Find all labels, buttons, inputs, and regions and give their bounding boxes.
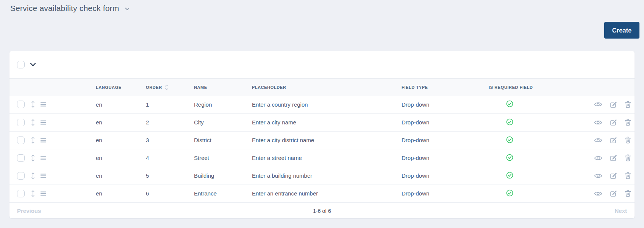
table-row: en 4 Street Enter a street name Drop-dow… xyxy=(9,149,635,167)
table-row: en 5 Building Enter a building number Dr… xyxy=(9,167,635,185)
delete-icon[interactable] xyxy=(625,190,631,197)
cell-placeholder: Enter a country region xyxy=(252,96,402,113)
drag-handle-icon[interactable] xyxy=(40,173,47,178)
fields-table: LANGUAGE ORDER NAME PLACEHOLDER FIELD TY… xyxy=(9,79,635,203)
cell-is-required xyxy=(489,149,547,167)
cell-field-type: Drop-down xyxy=(402,185,489,202)
required-check-icon xyxy=(506,118,513,126)
view-icon[interactable] xyxy=(594,137,602,143)
edit-icon[interactable] xyxy=(610,154,617,161)
cell-order: 4 xyxy=(146,149,194,167)
table-row: en 3 District Enter a city district name… xyxy=(9,131,635,149)
cell-language: en xyxy=(96,113,146,131)
move-icon[interactable] xyxy=(31,136,35,144)
table-row: en 6 Entrance Enter an entrance number D… xyxy=(9,185,635,202)
cell-name: District xyxy=(194,131,252,149)
required-check-icon xyxy=(506,100,513,107)
view-icon[interactable] xyxy=(594,173,602,179)
cell-field-type: Drop-down xyxy=(402,113,489,131)
move-icon[interactable] xyxy=(31,154,35,162)
cell-is-required xyxy=(489,131,547,149)
table-body: en 1 Region Enter a country region Drop-… xyxy=(9,96,635,202)
edit-icon[interactable] xyxy=(610,190,617,197)
table-header-row: LANGUAGE ORDER NAME PLACEHOLDER FIELD TY… xyxy=(9,79,635,96)
delete-icon[interactable] xyxy=(625,136,631,144)
row-checkbox[interactable] xyxy=(17,190,25,197)
table-row: en 1 Region Enter a country region Drop-… xyxy=(9,96,635,113)
column-header-order[interactable]: ORDER xyxy=(146,79,194,96)
cell-order: 5 xyxy=(146,167,194,185)
page: Service availability check form Create L… xyxy=(0,0,644,228)
row-checkbox[interactable] xyxy=(17,119,25,126)
column-header-field-type: FIELD TYPE xyxy=(402,79,489,96)
view-icon[interactable] xyxy=(594,101,602,107)
edit-icon[interactable] xyxy=(610,172,617,179)
next-button[interactable]: Next xyxy=(614,208,627,214)
cell-field-type: Drop-down xyxy=(402,131,489,149)
view-icon[interactable] xyxy=(594,191,602,197)
page-title: Service availability check form xyxy=(10,4,119,13)
move-icon[interactable] xyxy=(31,172,35,180)
cell-order: 3 xyxy=(146,131,194,149)
move-icon[interactable] xyxy=(31,190,35,197)
cell-is-required xyxy=(489,185,547,202)
cell-name: City xyxy=(194,113,252,131)
page-header: Service availability check form xyxy=(10,4,130,13)
cell-name: Entrance xyxy=(194,185,252,202)
cell-name: Building xyxy=(194,167,252,185)
select-all-chevron-icon[interactable] xyxy=(30,63,36,67)
pagination: Previous 1-6 of 6 Next xyxy=(9,203,635,219)
cell-field-type: Drop-down xyxy=(402,167,489,185)
cell-placeholder: Enter a city name xyxy=(252,113,402,131)
move-icon[interactable] xyxy=(31,101,35,108)
cell-field-type: Drop-down xyxy=(402,96,489,113)
cell-is-required xyxy=(489,96,547,113)
cell-language: en xyxy=(96,149,146,167)
required-check-icon xyxy=(506,172,513,179)
column-header-actions xyxy=(547,79,635,96)
row-checkbox[interactable] xyxy=(17,172,25,180)
row-checkbox[interactable] xyxy=(17,154,25,162)
column-header-language: LANGUAGE xyxy=(96,79,146,96)
previous-button[interactable]: Previous xyxy=(17,208,41,214)
row-checkbox[interactable] xyxy=(17,101,25,108)
drag-handle-icon[interactable] xyxy=(40,102,47,107)
column-header-name: NAME xyxy=(194,79,252,96)
column-header-is-required: IS REQUIRED FIELD xyxy=(489,79,547,96)
select-all-checkbox[interactable] xyxy=(17,61,25,68)
column-header-controls xyxy=(9,79,96,96)
table-row: en 2 City Enter a city name Drop-down xyxy=(9,113,635,131)
cell-is-required xyxy=(489,167,547,185)
edit-icon[interactable] xyxy=(610,101,617,108)
column-header-placeholder: PLACEHOLDER xyxy=(252,79,402,96)
create-button[interactable]: Create xyxy=(604,22,639,39)
drag-handle-icon[interactable] xyxy=(40,191,47,196)
required-check-icon xyxy=(506,189,513,197)
drag-handle-icon[interactable] xyxy=(40,138,47,143)
sort-icon[interactable] xyxy=(165,84,169,90)
cell-placeholder: Enter a city district name xyxy=(252,131,402,149)
view-icon[interactable] xyxy=(594,119,602,126)
edit-icon[interactable] xyxy=(610,136,617,144)
drag-handle-icon[interactable] xyxy=(40,155,47,161)
cell-order: 1 xyxy=(146,96,194,113)
cell-language: en xyxy=(96,131,146,149)
pagination-range: 1-6 of 6 xyxy=(313,208,331,214)
cell-field-type: Drop-down xyxy=(402,149,489,167)
move-icon[interactable] xyxy=(31,119,35,126)
cell-placeholder: Enter a street name xyxy=(252,149,402,167)
required-check-icon xyxy=(506,136,513,143)
delete-icon[interactable] xyxy=(625,119,631,126)
drag-handle-icon[interactable] xyxy=(40,120,47,125)
delete-icon[interactable] xyxy=(625,101,631,108)
cell-placeholder: Enter a building number xyxy=(252,167,402,185)
cell-placeholder: Enter an entrance number xyxy=(252,185,402,202)
delete-icon[interactable] xyxy=(625,154,631,161)
table-toolbar xyxy=(9,51,635,79)
title-dropdown-chevron[interactable] xyxy=(125,8,130,11)
view-icon[interactable] xyxy=(594,155,602,161)
edit-icon[interactable] xyxy=(610,119,617,126)
row-checkbox[interactable] xyxy=(17,136,25,144)
delete-icon[interactable] xyxy=(625,172,631,179)
cell-language: en xyxy=(96,185,146,202)
